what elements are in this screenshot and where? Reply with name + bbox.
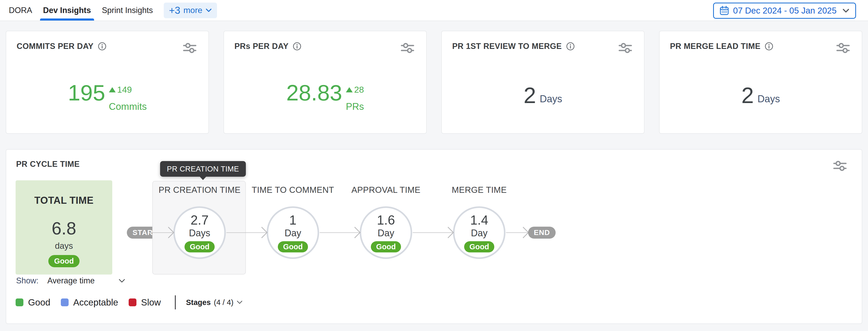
stage-circle-time-to-comment[interactable]: 1 Day Good (267, 206, 319, 259)
show-dropdown-value: Average time (47, 276, 95, 285)
stage-title-merge: MERGE TIME (432, 185, 526, 195)
slow-swatch (129, 299, 136, 306)
legend-item-good: Good (16, 297, 51, 308)
total-time-label: TOTAL TIME (34, 195, 94, 206)
chevron-down-icon (842, 8, 849, 13)
stage-unit: Days (189, 227, 210, 239)
stage-circle-merge[interactable]: 1.4 Day Good (453, 206, 505, 259)
card-title: PR MERGE LEAD TIME (670, 42, 761, 51)
status-badge: Good (48, 255, 80, 267)
stage-unit: Day (471, 227, 488, 239)
flow-arrow (413, 232, 453, 233)
metric-delta: 149 (117, 85, 132, 95)
status-badge: Good (185, 241, 215, 252)
metric-value: 2 Days (659, 57, 862, 133)
card-title: PRs PER DAY (235, 42, 288, 51)
divider (175, 295, 176, 309)
total-time-value: 6.8 (52, 218, 76, 238)
chevron-down-icon (237, 301, 243, 304)
chevron-down-icon (206, 8, 212, 12)
more-tabs-button[interactable]: +3 more (164, 3, 217, 18)
info-icon[interactable] (292, 42, 302, 51)
status-badge: Good (371, 241, 401, 252)
acceptable-swatch (61, 299, 69, 306)
more-tabs-count: +3 (169, 5, 180, 16)
metric-number: 195 (68, 81, 105, 109)
stage-value: 1 (289, 213, 297, 227)
filter-sliders-icon[interactable] (618, 40, 632, 55)
show-dropdown[interactable]: Average time (47, 276, 125, 285)
stage-title-time-to-comment: TIME TO COMMENT (246, 185, 340, 195)
metric-unit: PRs (346, 101, 364, 112)
stage-title-approval: APPROVAL TIME (339, 185, 433, 195)
card-title: COMMITS PER DAY (17, 42, 94, 51)
more-tabs-label: more (184, 5, 203, 15)
stage-circle-pr-creation[interactable]: 2.7 Days Good (173, 206, 226, 259)
pr-cycle-time-card: PR CYCLE TIME PR CREATION TIME TOTAL TIM… (6, 149, 862, 324)
stage-value: 2.7 (190, 213, 209, 227)
stage-unit: Day (378, 227, 394, 239)
info-icon[interactable] (566, 42, 575, 51)
stages-filter-label: Stages (186, 298, 211, 307)
filter-sliders-icon[interactable] (833, 159, 847, 173)
info-icon[interactable] (98, 42, 106, 51)
flow-arrow (149, 232, 173, 233)
calendar-icon (720, 6, 729, 16)
legend: Good Acceptable Slow Stages (4 / 4) (16, 295, 243, 309)
filter-sliders-icon[interactable] (182, 40, 197, 55)
flow-arrow (506, 232, 528, 233)
metric-value: 28.83 28 PRs (224, 57, 426, 133)
delta-up-icon (109, 87, 116, 92)
card-prs-per-day: PRs PER DAY 28.83 28 PRs (223, 31, 427, 134)
card-pr-first-review-to-merge: PR 1ST REVIEW TO MERGE 2 Days (441, 31, 645, 134)
legend-item-slow: Slow (129, 297, 161, 308)
metric-value: 195 149 Commits (6, 57, 209, 133)
tab-dora[interactable]: DORA (9, 0, 32, 21)
card-pr-merge-lead-time: PR MERGE LEAD TIME 2 Days (659, 31, 862, 134)
flow-arrow (226, 232, 267, 233)
tab-sprint-insights[interactable]: Sprint Insights (102, 0, 153, 21)
good-swatch (16, 299, 23, 306)
stages-filter-count: (4 / 4) (214, 298, 234, 307)
stages-filter-dropdown[interactable]: Stages (4 / 4) (186, 298, 243, 307)
metric-unit: Commits (109, 101, 147, 112)
card-commits-per-day: COMMITS PER DAY 195 149 Commits (6, 31, 209, 134)
metric-number: 28.83 (286, 81, 342, 109)
legend-item-acceptable: Acceptable (61, 297, 118, 308)
date-range-label: 07 Dec 2024 - 05 Jan 2025 (733, 6, 837, 16)
cycle-title: PR CYCLE TIME (16, 160, 80, 169)
show-label: Show: (16, 276, 38, 285)
flow-arrow (320, 232, 360, 233)
metric-unit: Days (540, 93, 562, 105)
filter-sliders-icon[interactable] (400, 40, 415, 55)
stage-circle-approval[interactable]: 1.6 Day Good (360, 206, 412, 259)
tab-bar: DORA Dev Insights Sprint Insights +3 mor… (9, 0, 217, 21)
delta-up-icon (346, 87, 353, 92)
status-badge: Good (464, 241, 494, 252)
metric-cards-row: COMMITS PER DAY 195 149 Commits PRs PER … (6, 31, 862, 134)
metric-unit: Days (757, 93, 780, 105)
total-time-unit: days (55, 241, 73, 251)
metric-value: 2 Days (442, 57, 644, 133)
filter-sliders-icon[interactable] (836, 40, 850, 55)
metric-number: 2 (524, 85, 536, 106)
total-time-box: TOTAL TIME 6.8 days Good (16, 180, 112, 275)
date-range-button[interactable]: 07 Dec 2024 - 05 Jan 2025 (713, 3, 856, 19)
stage-title-pr-creation: PR CREATION TIME (153, 185, 246, 195)
stage-value: 1.6 (377, 213, 395, 227)
card-title: PR 1ST REVIEW TO MERGE (452, 42, 562, 51)
chevron-down-icon (119, 279, 125, 283)
status-badge: Good (278, 241, 308, 252)
metric-delta: 28 (354, 85, 364, 95)
stage-tooltip: PR CREATION TIME (160, 161, 246, 177)
flow-end-pill: END (528, 227, 556, 239)
metric-number: 2 (741, 85, 754, 106)
info-icon[interactable] (765, 42, 773, 51)
tab-dev-insights[interactable]: Dev Insights (43, 0, 91, 21)
stage-unit: Day (285, 227, 301, 239)
stage-value: 1.4 (470, 213, 488, 227)
top-bar: DORA Dev Insights Sprint Insights +3 mor… (0, 0, 868, 21)
